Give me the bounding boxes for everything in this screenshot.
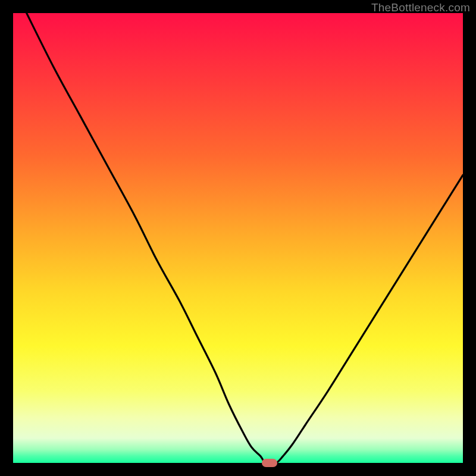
bottleneck-chart: TheBottleneck.com — [0, 0, 476, 476]
plot-area — [13, 13, 463, 463]
optimal-point-marker — [262, 459, 277, 467]
attribution-text: TheBottleneck.com — [371, 1, 470, 14]
bottleneck-curve — [13, 13, 463, 463]
